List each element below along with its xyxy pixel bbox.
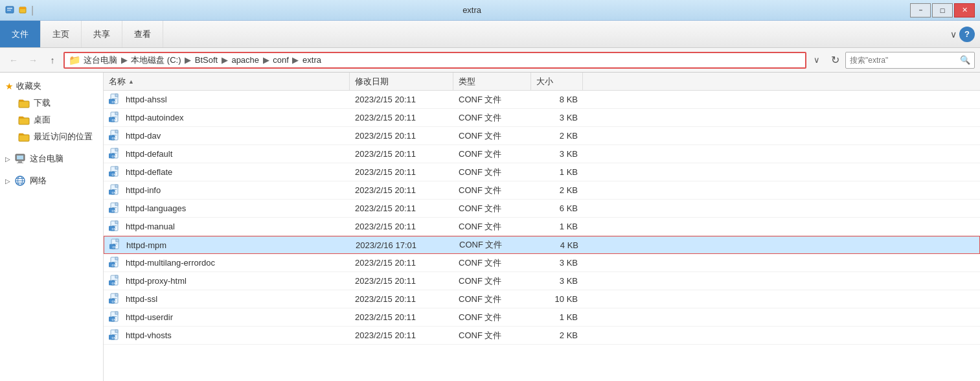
col-header-name[interactable]: 名称 ▲ [104, 73, 350, 90]
path-part-3: apache [231, 55, 259, 65]
svg-rect-4 [19, 7, 26, 9]
file-cell-type-4: CONF 文件 [453, 163, 531, 181]
favorites-star-icon: ★ [5, 81, 14, 91]
search-input[interactable] [850, 56, 957, 65]
table-row[interactable]: CFG httpd-dav 2023/2/15 20:11 CONF 文件 2 … [104, 127, 980, 145]
file-icon-10: CFG [109, 275, 122, 288]
file-cell-type-7: CONF 文件 [453, 218, 531, 235]
file-icon-11: CFG [109, 293, 122, 306]
table-row[interactable]: CFG httpd-mpm 2023/2/16 17:01 CONF 文件 4 … [104, 236, 980, 254]
file-cell-type-1: CONF 文件 [453, 109, 531, 126]
file-list-header: 名称 ▲ 修改日期 类型 大小 [104, 73, 980, 91]
file-cell-name-2: CFG httpd-dav [104, 127, 350, 144]
svg-rect-109 [115, 330, 118, 332]
table-row[interactable]: CFG httpd-ahssl 2023/2/15 20:11 CONF 文件 … [104, 91, 980, 109]
file-cell-date-10: 2023/2/15 20:11 [350, 272, 453, 290]
file-cell-size-2: 2 KB [531, 127, 583, 144]
file-icon-2: CFG [109, 130, 122, 143]
table-row[interactable]: CFG httpd-manual 2023/2/15 20:11 CONF 文件… [104, 218, 980, 236]
table-row[interactable]: CFG httpd-info 2023/2/15 20:11 CONF 文件 2… [104, 181, 980, 200]
file-cell-size-3: 3 KB [531, 145, 583, 163]
ribbon-chevron[interactable]: ∨ [950, 29, 957, 40]
table-row[interactable]: CFG httpd-deflate 2023/2/15 20:11 CONF 文… [104, 163, 980, 181]
up-button[interactable]: ↑ [44, 52, 61, 69]
network-icon [14, 175, 26, 187]
col-header-type[interactable]: 类型 [453, 73, 531, 90]
table-row[interactable]: CFG httpd-autoindex 2023/2/15 20:11 CONF… [104, 109, 980, 127]
ribbon-tabs: 文件主页共享查看 [0, 21, 163, 47]
search-box[interactable]: 🔍 [845, 52, 975, 69]
path-folder-icon: 📁 [69, 54, 81, 66]
file-icon-12: CFG [109, 311, 122, 324]
ribbon-help-button[interactable]: ? [959, 27, 975, 42]
file-cell-name-4: CFG httpd-deflate [104, 163, 350, 181]
svg-text:CFG: CFG [112, 336, 117, 340]
computer-icon [14, 153, 26, 165]
table-row[interactable]: CFG httpd-languages 2023/2/15 20:11 CONF… [104, 200, 980, 218]
table-row[interactable]: CFG httpd-default 2023/2/15 20:11 CONF 文… [104, 145, 980, 163]
file-cell-size-12: 1 KB [531, 308, 583, 326]
expand-arrow-icon: ▷ [5, 156, 10, 163]
path-sep-4: ▶ [290, 55, 301, 65]
table-row[interactable]: CFG httpd-proxy-html 2023/2/15 20:11 CON… [104, 272, 980, 290]
path-part-5: extra [302, 55, 321, 65]
sidebar-item-network[interactable]: ▷ 网络 [0, 172, 103, 189]
svg-rect-11 [17, 163, 23, 163]
sidebar-network-label: 网络 [30, 175, 47, 187]
path-part-2: BtSoft [195, 55, 218, 65]
sidebar-fav-label-1: 桌面 [34, 114, 51, 126]
file-cell-date-1: 2023/2/15 20:11 [350, 109, 453, 126]
file-cell-size-11: 10 KB [531, 290, 583, 308]
svg-rect-6 [19, 118, 29, 124]
address-path[interactable]: 📁 这台电脑 ▶ 本地磁盘 (C:) ▶ BtSoft ▶ apache ▶ c… [63, 52, 806, 69]
col-header-date[interactable]: 修改日期 [350, 73, 453, 90]
maximize-button[interactable]: □ [932, 3, 953, 17]
file-cell-type-2: CONF 文件 [453, 127, 531, 144]
table-row[interactable]: CFG httpd-userdir 2023/2/15 20:11 CONF 文… [104, 308, 980, 327]
ribbon-tab-share[interactable]: 共享 [82, 21, 122, 47]
svg-rect-74 [116, 239, 119, 242]
sidebar: ★ 收藏夹 下载 桌面 最近访问的位置 [0, 73, 104, 381]
svg-text:CFG: CFG [112, 300, 117, 303]
path-sep-1: ▶ [183, 55, 194, 65]
ribbon-tab-view[interactable]: 查看 [122, 21, 163, 47]
sidebar-computer-label: 这台电脑 [30, 153, 63, 165]
col-header-size[interactable]: 大小 [531, 73, 583, 90]
forward-button[interactable]: → [25, 52, 41, 69]
title-bar-icon2 [18, 5, 28, 16]
file-cell-size-8: 4 KB [532, 237, 584, 253]
table-row[interactable]: CFG httpd-ssl 2023/2/15 20:11 CONF 文件 10… [104, 290, 980, 308]
file-cell-type-6: CONF 文件 [453, 200, 531, 217]
file-rows: CFG httpd-ahssl 2023/2/15 20:11 CONF 文件 … [104, 91, 980, 345]
sidebar-item-桌面[interactable]: 桌面 [0, 111, 103, 128]
address-refresh-button[interactable]: ↻ [827, 52, 843, 69]
sidebar-item-computer[interactable]: ▷ 这台电脑 [0, 150, 103, 167]
ribbon: 文件主页共享查看 ∨ ? [0, 21, 980, 48]
sidebar-favorites-header[interactable]: ★ 收藏夹 [0, 78, 103, 95]
ribbon-tab-file[interactable]: 文件 [0, 21, 41, 47]
svg-text:CFG: CFG [112, 209, 117, 213]
path-sep-0: ▶ [119, 55, 130, 65]
ribbon-tab-home[interactable]: 主页 [41, 21, 82, 47]
minimize-button[interactable]: － [910, 3, 931, 17]
back-button[interactable]: ← [5, 52, 22, 69]
file-cell-date-0: 2023/2/15 20:11 [350, 91, 453, 108]
file-cell-type-13: CONF 文件 [453, 327, 531, 344]
address-expand-button[interactable]: ∨ [809, 52, 825, 69]
file-icon-3: CFG [109, 148, 122, 161]
file-cell-type-0: CONF 文件 [453, 91, 531, 108]
sidebar-item-最近访问的位置[interactable]: 最近访问的位置 [0, 128, 103, 145]
close-button[interactable]: ✕ [954, 3, 975, 17]
svg-rect-60 [115, 203, 118, 205]
file-cell-date-9: 2023/2/15 20:11 [350, 254, 453, 271]
file-cell-name-9: CFG httpd-multilang-errordoc [104, 254, 350, 271]
svg-rect-32 [115, 130, 118, 133]
file-icon-5: CFG [109, 184, 122, 197]
sidebar-item-下载[interactable]: 下载 [0, 95, 103, 111]
table-row[interactable]: CFG httpd-vhosts 2023/2/15 20:11 CONF 文件… [104, 327, 980, 345]
file-cell-name-11: CFG httpd-ssl [104, 290, 350, 308]
main-area: ★ 收藏夹 下载 桌面 最近访问的位置 [0, 73, 980, 381]
table-row[interactable]: CFG httpd-multilang-errordoc 2023/2/15 2… [104, 254, 980, 272]
file-icon-9: CFG [109, 257, 122, 270]
title-bar-controls: － □ ✕ [910, 3, 975, 17]
